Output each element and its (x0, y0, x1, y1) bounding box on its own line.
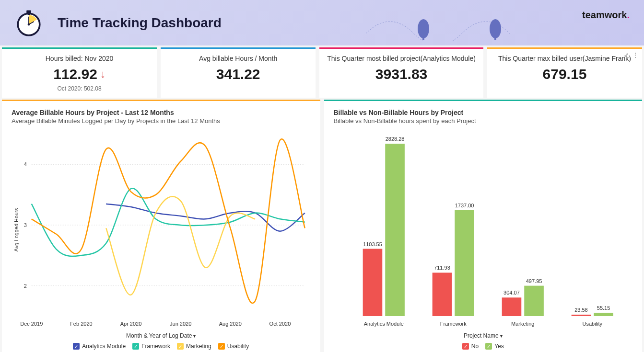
bar-chart-subtitle: Billable vs Non-Billable hours spent by … (334, 117, 633, 125)
bar-chart-card: Billable vs Non-Billable Hours by Projec… (324, 100, 643, 352)
svg-text:2: 2 (24, 283, 27, 289)
bar-chart-title: Billable vs Non-Billable Hours by Projec… (334, 109, 633, 116)
dashboard-header: Time Tracking Dashboard teamwork. (0, 0, 644, 45)
svg-text:Dec 2019: Dec 2019 (20, 321, 43, 327)
line-chart-title: Average Billable Hours by Project - Last… (12, 109, 311, 116)
legend-item[interactable]: ✓Framework (132, 343, 170, 350)
kpi-title: Hours billed: Nov 2020 (10, 55, 149, 62)
svg-text:Avg Logged Hours: Avg Logged Hours (13, 208, 19, 251)
expand-icon[interactable]: ⤢ (624, 52, 629, 58)
svg-text:Analytics Module: Analytics Module (363, 321, 403, 327)
svg-rect-28 (432, 273, 452, 316)
svg-point-8 (490, 19, 501, 38)
teamwork-logo: teamwork. (582, 10, 630, 21)
legend-label: Framework (141, 343, 170, 350)
legend-item[interactable]: ✓Analytics Module (73, 343, 126, 350)
legend-label: Usability (227, 343, 249, 350)
svg-rect-30 (455, 210, 474, 316)
svg-text:Oct 2020: Oct 2020 (269, 321, 291, 327)
legend-label: Analytics Module (82, 343, 126, 350)
kpi-hours-billed[interactable]: Hours billed: Nov 2020 112.92 ↓ Oct 2020… (2, 47, 157, 98)
checkbox-icon: ✓ (132, 343, 139, 350)
line-chart-legend: ✓Analytics Module✓Framework✓Marketing✓Us… (12, 343, 311, 350)
svg-text:1737.00: 1737.00 (455, 203, 474, 208)
stopwatch-icon (14, 9, 43, 37)
legend-item[interactable]: ✓Usability (218, 343, 249, 350)
kpi-max-billed-user[interactable]: ⤢ ⋮ This Quarter max billed user(Jasmine… (487, 47, 642, 98)
svg-text:304.07: 304.07 (503, 290, 520, 295)
line-x-axis-label[interactable]: Month & Year of Log Date▾ (12, 332, 311, 339)
bar-chart-legend: ✓No✓Yes (334, 343, 633, 350)
kpi-value: 112.92 ↓ (10, 66, 149, 82)
kpi-most-billed-project[interactable]: This Quarter most billed project(Analyti… (319, 47, 483, 98)
kpi-avg-billable[interactable]: Avg billable Hours / Month 341.22 (161, 47, 316, 98)
svg-rect-35 (524, 286, 544, 316)
kpi-value: 341.22 (168, 66, 308, 82)
svg-text:1103.55: 1103.55 (363, 241, 382, 247)
legend-item[interactable]: ✓Marketing (177, 343, 211, 350)
chevron-down-icon: ▾ (500, 333, 503, 339)
svg-rect-2 (28, 12, 30, 15)
kpi-title: Avg billable Hours / Month (168, 55, 308, 62)
svg-text:Jun 2020: Jun 2020 (170, 321, 191, 327)
header-decoration (366, 5, 558, 41)
legend-label: Marketing (186, 343, 211, 350)
svg-text:Usability: Usability (582, 321, 602, 327)
kpi-value: 3931.83 (327, 66, 476, 82)
svg-text:23.58: 23.58 (574, 307, 588, 313)
kpi-row: Hours billed: Nov 2020 112.92 ↓ Oct 2020… (0, 45, 644, 100)
svg-rect-23 (363, 249, 382, 316)
checkbox-icon: ✓ (485, 343, 492, 350)
bar-chart-body[interactable]: 1103.552828.28Analytics Module711.931737… (334, 129, 633, 330)
legend-label: Yes (494, 343, 504, 350)
kpi-title: This Quarter most billed project(Analyti… (327, 55, 476, 62)
svg-text:4: 4 (24, 161, 27, 167)
line-chart-card: Average Billable Hours by Project - Last… (2, 100, 320, 352)
svg-text:3: 3 (24, 222, 27, 228)
legend-item[interactable]: ✓Yes (485, 343, 504, 350)
svg-text:Apr 2020: Apr 2020 (120, 321, 142, 327)
page-title: Time Tracking Dashboard (58, 15, 222, 31)
svg-text:711.93: 711.93 (434, 265, 450, 271)
trend-down-icon: ↓ (100, 68, 105, 80)
svg-text:2828.28: 2828.28 (385, 136, 404, 142)
line-chart-body[interactable]: 234Avg Logged HoursDec 2019Feb 2020Apr 2… (12, 129, 311, 330)
svg-text:Marketing: Marketing (511, 321, 534, 327)
charts-row: Average Billable Hours by Project - Last… (0, 100, 644, 352)
svg-rect-40 (594, 313, 613, 316)
kpi-sub: Oct 2020: 502.08 (10, 85, 149, 92)
svg-text:55.15: 55.15 (597, 305, 610, 311)
checkbox-icon: ✓ (218, 343, 225, 350)
svg-text:Feb 2020: Feb 2020 (70, 321, 92, 327)
svg-text:Aug 2020: Aug 2020 (219, 321, 242, 327)
svg-rect-9 (494, 36, 496, 40)
kpi-value: 679.15 (495, 66, 634, 82)
svg-rect-33 (502, 297, 521, 316)
svg-rect-38 (571, 315, 591, 316)
svg-text:497.95: 497.95 (526, 278, 542, 284)
svg-rect-7 (422, 36, 424, 40)
checkbox-icon: ✓ (177, 343, 184, 350)
legend-item[interactable]: ✓No (462, 343, 479, 350)
more-icon[interactable]: ⋮ (632, 52, 638, 58)
chevron-down-icon: ▾ (193, 333, 196, 339)
checkbox-icon: ✓ (73, 343, 80, 350)
bar-x-axis-label[interactable]: Project Name▾ (334, 332, 633, 339)
svg-text:Framework: Framework (440, 321, 467, 327)
line-chart-subtitle: Average Billable Minutes Logged per Day … (12, 117, 311, 125)
svg-point-6 (418, 19, 429, 38)
checkbox-icon: ✓ (462, 343, 469, 350)
kpi-title: This Quarter max billed user(Jasmine Fra… (495, 55, 634, 62)
legend-label: No (471, 343, 479, 350)
svg-rect-25 (385, 144, 405, 316)
